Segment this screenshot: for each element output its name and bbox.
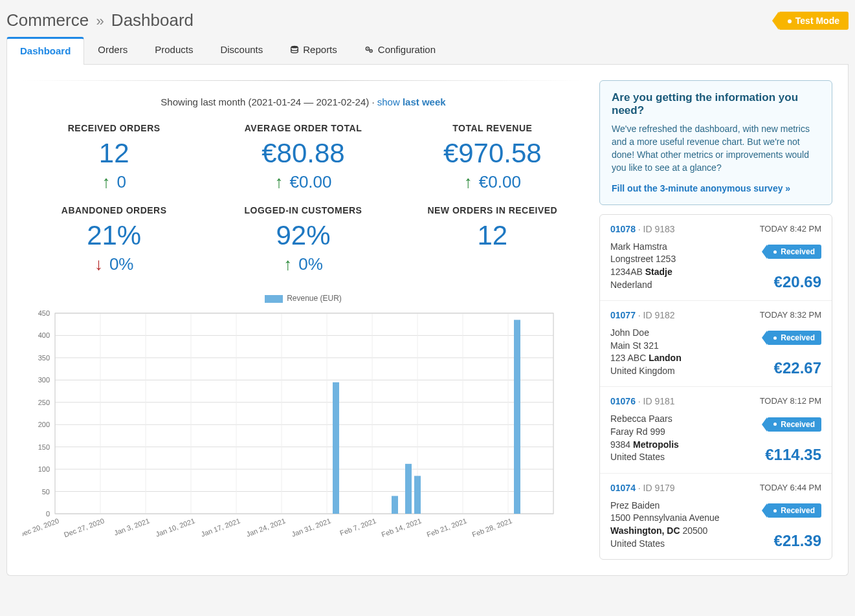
legend-label: Revenue (EUR) [287,294,342,303]
metric-value: 12 [23,138,205,168]
tab-label: Dashboard [20,45,71,56]
svg-text:Jan 31, 2021: Jan 31, 2021 [291,517,332,538]
revenue-chart: Revenue (EUR) 05010015020025030035040045… [23,294,584,555]
svg-rect-37 [55,313,553,514]
metric-delta: ↑€0.00 [212,172,394,192]
breadcrumb: Commerce » Dashboard [6,10,194,30]
order-id: · ID 9179 [638,483,675,493]
metric-delta: ↑€0.00 [401,172,584,192]
order-ref[interactable]: 01077 [610,310,636,320]
tab-discounts[interactable]: Discounts [206,37,276,64]
order-id: · ID 9181 [638,396,675,406]
tabs: DashboardOrdersProductsDiscountsReportsC… [6,37,849,65]
svg-text:250: 250 [38,399,50,406]
chart-legend: Revenue (EUR) [23,294,584,303]
order-id: · ID 9183 [638,224,675,234]
svg-point-2 [367,48,368,49]
date-range-text: Showing last month (2021-01-24 — 2021-02… [161,96,377,107]
metric-average-order-total: AVERAGE ORDER TOTAL€80.88↑€0.00 [212,123,394,192]
tab-configuration[interactable]: Configuration [351,37,449,64]
order-total: €21.39 [774,532,821,550]
metric-value: €80.88 [212,138,394,168]
svg-text:150: 150 [38,443,50,451]
svg-point-4 [370,50,371,51]
status-badge: Received [767,417,821,432]
database-icon [290,45,299,56]
feedback-callout: Are you getting the information you need… [599,80,832,205]
tab-label: Discounts [220,44,263,55]
svg-text:Jan 3, 2021: Jan 3, 2021 [113,517,151,537]
svg-text:Jan 24, 2021: Jan 24, 2021 [245,517,287,538]
svg-text:Feb 28, 2021: Feb 28, 2021 [471,517,513,538]
metric-label: LOGGED-IN CUSTOMERS [212,205,394,215]
order-ref[interactable]: 01076 [610,396,636,406]
metric-received-orders: RECEIVED ORDERS12↑0 [23,123,205,192]
svg-text:400: 400 [38,331,50,339]
test-mode-label: Test Mode [795,16,839,26]
svg-point-0 [291,45,298,48]
breadcrumb-section[interactable]: Commerce [6,10,89,30]
svg-text:300: 300 [38,376,50,384]
order-row[interactable]: 01076 · ID 9181TODAY 8:12 PMRebecca Paar… [600,387,832,473]
feedback-title: Are you getting the information you need… [612,91,820,117]
dot-icon [773,423,777,426]
svg-text:0: 0 [46,510,50,518]
svg-rect-50 [392,496,398,514]
chart-svg: 050100150200250300350400450Dec 20, 2020D… [23,307,560,553]
metric-delta: ↑0 [23,172,205,192]
recent-orders-list: 01078 · ID 9183TODAY 8:42 PMMark Hamstra… [599,214,832,560]
order-ref[interactable]: 01074 [610,483,636,493]
svg-text:100: 100 [38,465,50,473]
svg-text:Jan 17, 2021: Jan 17, 2021 [200,517,241,538]
order-time: TODAY 8:32 PM [760,310,821,320]
tab-label: Reports [303,44,337,55]
tab-label: Configuration [378,44,436,55]
tab-dashboard[interactable]: Dashboard [6,37,84,65]
tab-reports[interactable]: Reports [276,37,351,64]
arrow-up-icon: ↑ [274,172,283,192]
order-address: John DoeMain St 321123 ABC LandonUnited … [610,327,682,377]
arrow-up-icon: ↑ [102,172,110,192]
order-row[interactable]: 01078 · ID 9183TODAY 8:42 PMMark Hamstra… [600,215,832,301]
metric-delta: ↓0% [23,254,205,274]
tab-products[interactable]: Products [141,37,206,64]
tab-orders[interactable]: Orders [84,37,141,64]
legend-swatch-icon [265,295,283,303]
order-row[interactable]: 01074 · ID 9179TODAY 6:44 PMPrez Baiden1… [600,474,832,559]
divider [23,80,584,81]
order-total: €20.69 [774,273,821,291]
date-range-bar: Showing last month (2021-01-24 — 2021-02… [23,93,584,123]
order-ref[interactable]: 01078 [610,224,636,234]
metric-value: 12 [401,221,584,250]
tab-label: Orders [98,44,128,55]
order-time: TODAY 8:42 PM [760,224,821,234]
metric-value: €970.58 [401,138,584,168]
metric-total-revenue: TOTAL REVENUE€970.58↑€0.00 [401,123,584,192]
dot-icon [773,250,777,254]
svg-text:450: 450 [38,309,50,317]
svg-rect-52 [414,476,421,514]
breadcrumb-page: Dashboard [111,10,194,30]
dot-icon [773,509,777,512]
status-badge: Received [767,331,821,345]
metric-abandoned-orders: ABANDONED ORDERS21%↓0% [23,205,205,274]
status-badge: Received [767,245,821,259]
order-row[interactable]: 01077 · ID 9182TODAY 8:32 PMJohn DoeMain… [600,301,832,387]
show-last-week-link[interactable]: show last week [377,96,446,107]
gears-icon [364,45,374,56]
metric-value: 21% [23,221,205,250]
svg-rect-49 [333,382,339,514]
svg-rect-51 [405,464,412,514]
order-total: €22.67 [774,359,821,377]
test-mode-badge: Test Mode [779,12,849,30]
svg-text:50: 50 [42,487,50,495]
order-address: Rebecca PaarsFaray Rd 9999384 Metropolis… [610,413,679,463]
tab-label: Products [155,44,193,55]
feedback-survey-link[interactable]: Fill out the 3-minute anonymous survey » [612,183,790,193]
metric-label: RECEIVED ORDERS [23,123,205,133]
metric-label: NEW ORDERS IN RECEIVED [401,205,584,215]
arrow-down-icon: ↓ [94,254,103,274]
svg-text:Dec 20, 2020: Dec 20, 2020 [23,517,60,539]
order-time: TODAY 8:12 PM [760,396,821,406]
svg-text:200: 200 [38,421,50,428]
